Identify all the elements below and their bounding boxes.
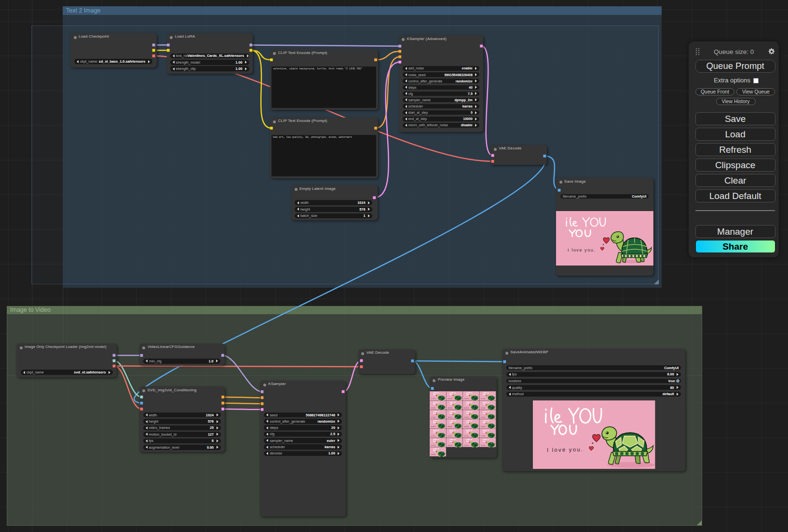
svg-text:I love you.: I love you.	[547, 446, 584, 452]
svg-text:I love you.: I love you.	[568, 247, 596, 252]
